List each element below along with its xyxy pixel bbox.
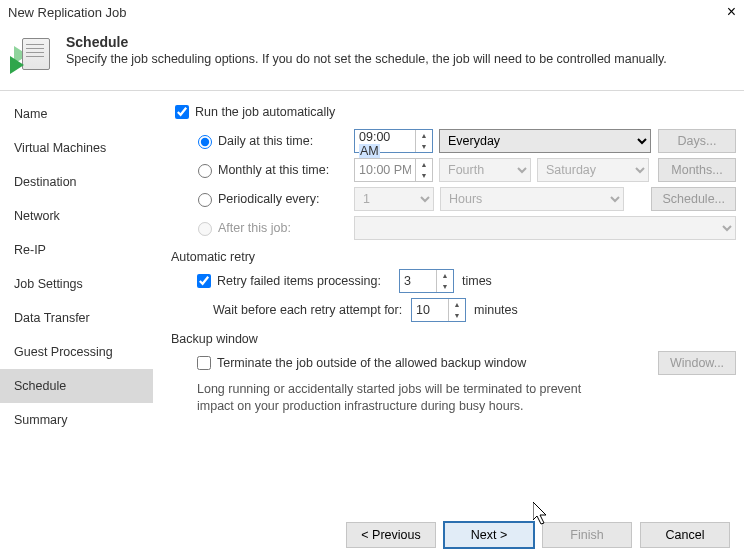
- monthly-day-select: Saturday: [537, 158, 649, 182]
- window-note: Long running or accidentally started job…: [197, 381, 617, 415]
- terminate-checkbox[interactable]: [197, 356, 211, 370]
- periodic-value-select: 1: [354, 187, 434, 211]
- nav-item-re-ip[interactable]: Re-IP: [0, 233, 153, 267]
- window-group-label: Backup window: [171, 332, 736, 346]
- retry-checkbox[interactable]: [197, 274, 211, 288]
- daily-radio[interactable]: [198, 135, 212, 149]
- schedule-button: Schedule...: [651, 187, 736, 211]
- days-button: Days...: [658, 129, 736, 153]
- monthly-ordinal-select: Fourth: [439, 158, 531, 182]
- spin-down-icon[interactable]: ▼: [449, 310, 465, 321]
- schedule-panel: Run the job automatically Daily at this …: [153, 91, 744, 511]
- nav-item-guest-processing[interactable]: Guest Processing: [0, 335, 153, 369]
- nav-item-name[interactable]: Name: [0, 97, 153, 131]
- retry-wait-label: Wait before each retry attempt for:: [193, 303, 411, 317]
- wizard-header: Schedule Specify the job scheduling opti…: [0, 24, 744, 91]
- close-icon[interactable]: ×: [727, 3, 736, 21]
- monthly-time-spinner: ▲▼: [354, 158, 433, 182]
- monthly-radio[interactable]: [198, 164, 212, 178]
- spin-down-icon[interactable]: ▼: [437, 281, 453, 292]
- nav-item-data-transfer[interactable]: Data Transfer: [0, 301, 153, 335]
- spin-up-icon[interactable]: ▲: [416, 130, 432, 141]
- spin-up-icon[interactable]: ▲: [437, 270, 453, 281]
- after-job-label: After this job:: [218, 221, 354, 235]
- spin-up-icon[interactable]: ▲: [449, 299, 465, 310]
- retry-group-label: Automatic retry: [171, 250, 736, 264]
- previous-button[interactable]: < Previous: [346, 522, 436, 548]
- wizard-nav: Name Virtual Machines Destination Networ…: [0, 91, 153, 511]
- monthly-time-input: [355, 159, 415, 181]
- schedule-icon: [12, 34, 54, 76]
- nav-item-virtual-machines[interactable]: Virtual Machines: [0, 131, 153, 165]
- finish-button: Finish: [542, 522, 632, 548]
- nav-item-destination[interactable]: Destination: [0, 165, 153, 199]
- retry-count-spinner[interactable]: ▲▼: [399, 269, 454, 293]
- nav-item-schedule[interactable]: Schedule: [0, 369, 153, 403]
- header-description: Specify the job scheduling options. If y…: [66, 52, 667, 66]
- retry-count-unit: times: [462, 274, 492, 288]
- terminate-label: Terminate the job outside of the allowed…: [217, 356, 526, 370]
- after-job-radio: [198, 222, 212, 236]
- retry-count-input[interactable]: [400, 270, 436, 292]
- monthly-label: Monthly at this time:: [218, 163, 354, 177]
- cancel-button[interactable]: Cancel: [640, 522, 730, 548]
- wizard-footer: < Previous Next > Finish Cancel: [346, 522, 730, 548]
- periodic-label: Periodically every:: [218, 192, 354, 206]
- next-button[interactable]: Next >: [444, 522, 534, 548]
- title-bar: New Replication Job ×: [0, 0, 744, 24]
- nav-item-network[interactable]: Network: [0, 199, 153, 233]
- run-auto-label: Run the job automatically: [195, 105, 335, 119]
- daily-recurrence-select[interactable]: Everyday: [439, 129, 651, 153]
- window-button: Window...: [658, 351, 736, 375]
- retry-wait-unit: minutes: [474, 303, 518, 317]
- daily-time-spinner[interactable]: 09:00 AM ▲▼: [354, 129, 433, 153]
- months-button: Months...: [658, 158, 736, 182]
- periodic-radio[interactable]: [198, 193, 212, 207]
- nav-item-job-settings[interactable]: Job Settings: [0, 267, 153, 301]
- run-auto-checkbox[interactable]: [175, 105, 189, 119]
- spin-up-icon: ▲: [416, 159, 432, 170]
- nav-item-summary[interactable]: Summary: [0, 403, 153, 437]
- periodic-unit-select: Hours: [440, 187, 624, 211]
- spin-down-icon[interactable]: ▼: [416, 141, 432, 152]
- retry-label: Retry failed items processing:: [217, 274, 399, 288]
- retry-wait-spinner[interactable]: ▲▼: [411, 298, 466, 322]
- daily-label: Daily at this time:: [218, 134, 354, 148]
- retry-wait-input[interactable]: [412, 299, 448, 321]
- after-job-select: [354, 216, 736, 240]
- spin-down-icon: ▼: [416, 170, 432, 181]
- header-heading: Schedule: [66, 34, 667, 50]
- window-title: New Replication Job: [8, 5, 127, 20]
